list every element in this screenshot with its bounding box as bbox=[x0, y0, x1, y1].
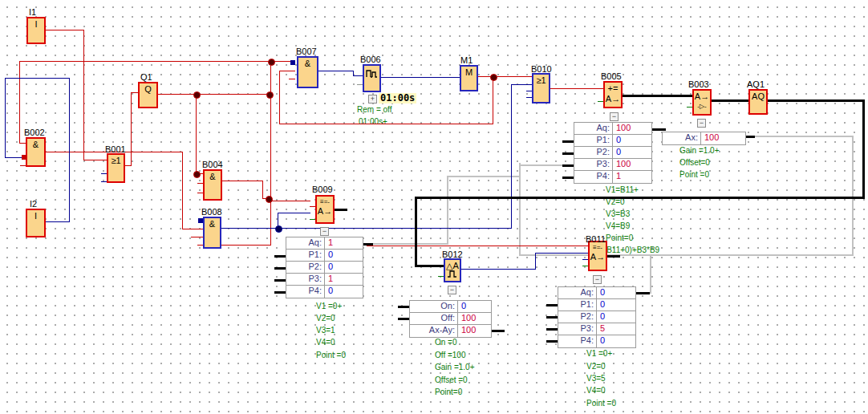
param-row[interactable]: P4:0 bbox=[558, 335, 635, 347]
collapse-icon-B011[interactable]: − bbox=[593, 275, 602, 284]
param-row[interactable]: P4:0 bbox=[286, 286, 363, 298]
wire-red[interactable] bbox=[279, 71, 295, 71]
block-B007[interactable]: & bbox=[297, 56, 318, 88]
wire-gray[interactable] bbox=[447, 176, 448, 245]
block-Q1[interactable]: Q bbox=[138, 82, 158, 108]
block-B008[interactable]: & bbox=[203, 217, 221, 249]
wire-red[interactable] bbox=[46, 30, 84, 30]
wire-red[interactable] bbox=[279, 124, 493, 124]
wire-red[interactable] bbox=[196, 94, 197, 174]
param-value[interactable]: 0 bbox=[613, 135, 621, 146]
block-B011[interactable]: ≡=-A→ bbox=[588, 241, 607, 271]
wire-red[interactable] bbox=[478, 76, 533, 77]
wire-blue[interactable] bbox=[69, 78, 70, 222]
timer-value-badge[interactable]: 01:00s bbox=[379, 93, 416, 104]
param-table-B012-params[interactable]: On:0Off:100Ax-Ay:100 bbox=[409, 300, 492, 338]
block-B004[interactable]: & bbox=[203, 169, 222, 201]
param-value[interactable]: 0 bbox=[597, 287, 605, 298]
wire-red[interactable] bbox=[493, 76, 493, 124]
block-B002[interactable]: & bbox=[26, 137, 46, 167]
wire-black[interactable] bbox=[652, 128, 666, 131]
wire-blue[interactable] bbox=[461, 269, 536, 270]
param-row[interactable]: On:0 bbox=[410, 301, 491, 313]
wire-blue[interactable] bbox=[278, 213, 310, 213]
block-I2[interactable]: I bbox=[26, 209, 46, 237]
wire-blue[interactable] bbox=[221, 228, 512, 229]
block-B006[interactable] bbox=[363, 64, 381, 92]
wire-black[interactable] bbox=[636, 292, 650, 294]
wire-red[interactable] bbox=[222, 181, 263, 181]
param-row[interactable]: P3:1 bbox=[286, 274, 363, 286]
wire-blue[interactable] bbox=[535, 253, 536, 270]
param-row[interactable]: Ax-Ay:100 bbox=[410, 325, 491, 337]
wire-gray[interactable] bbox=[519, 163, 521, 256]
wire-blue[interactable] bbox=[5, 78, 70, 79]
wire-red[interactable] bbox=[158, 94, 271, 95]
wire-black[interactable] bbox=[415, 265, 446, 267]
param-row[interactable]: P3:100 bbox=[574, 159, 651, 171]
param-row[interactable]: P2:0 bbox=[286, 262, 363, 274]
wire-red[interactable] bbox=[367, 246, 589, 246]
fbd-canvas[interactable]: Rem = off01:00s+V1=B11+V2=0V3=B3V4=B9Poi… bbox=[0, 0, 868, 414]
param-row[interactable]: Aq:1 bbox=[286, 237, 363, 250]
wire-red[interactable] bbox=[131, 92, 132, 166]
param-value[interactable]: 0 bbox=[325, 262, 333, 273]
wire-gray[interactable] bbox=[748, 136, 854, 137]
block-B012[interactable]: △A bbox=[444, 258, 461, 282]
block-B001[interactable]: ≥1 bbox=[107, 153, 125, 183]
param-table-B005-params[interactable]: Aq:100P1:0P2:0P3:100P4:1 bbox=[574, 122, 652, 184]
wire-red[interactable] bbox=[83, 30, 84, 160]
wire-black[interactable] bbox=[862, 99, 865, 199]
param-value[interactable]: 100 bbox=[458, 325, 476, 337]
param-value[interactable]: 100 bbox=[613, 159, 631, 170]
param-row[interactable]: P2:0 bbox=[558, 311, 635, 323]
param-value[interactable]: 0 bbox=[458, 301, 466, 312]
param-value[interactable]: 100 bbox=[701, 132, 719, 144]
wire-gray[interactable] bbox=[447, 176, 521, 177]
collapse-icon-B005[interactable]: − bbox=[610, 112, 619, 121]
collapse-icon-B009[interactable]: − bbox=[320, 227, 329, 236]
param-row[interactable]: P1:0 bbox=[286, 250, 363, 262]
param-row[interactable]: P3:5 bbox=[558, 323, 635, 335]
wire-black[interactable] bbox=[746, 136, 755, 138]
param-row[interactable]: Aq:0 bbox=[558, 287, 635, 299]
param-table-B003-params[interactable]: Ax:100 bbox=[662, 132, 746, 145]
collapse-icon-B012[interactable]: − bbox=[448, 286, 456, 294]
wire-gray[interactable] bbox=[519, 254, 854, 256]
param-row[interactable]: P2:0 bbox=[574, 147, 651, 159]
wire-black[interactable] bbox=[623, 95, 695, 97]
wire-gray[interactable] bbox=[852, 136, 854, 256]
wire-red[interactable] bbox=[270, 61, 271, 246]
wire-gray[interactable] bbox=[369, 243, 448, 245]
block-B005[interactable]: +=A→ bbox=[603, 81, 623, 108]
wire-gray[interactable] bbox=[650, 254, 651, 294]
wire-blue[interactable] bbox=[318, 71, 354, 71]
param-value[interactable]: 0 bbox=[325, 250, 333, 261]
param-value[interactable]: 1 bbox=[325, 237, 333, 249]
wire-red[interactable] bbox=[279, 71, 280, 124]
param-value[interactable]: 0 bbox=[597, 299, 605, 310]
block-B010[interactable]: ≥1 bbox=[532, 73, 550, 104]
block-I1[interactable]: I bbox=[26, 17, 46, 44]
param-value[interactable]: 0 bbox=[325, 286, 333, 298]
wire-red[interactable] bbox=[191, 229, 204, 229]
wire-red[interactable] bbox=[289, 79, 295, 79]
param-row[interactable]: P4:1 bbox=[574, 171, 651, 183]
param-table-B009-params[interactable]: Aq:1P1:0P2:0P3:1P4:0 bbox=[286, 237, 363, 298]
wire-red[interactable] bbox=[270, 201, 310, 201]
wire-red[interactable] bbox=[550, 88, 604, 89]
param-row[interactable]: Ax:100 bbox=[663, 132, 745, 144]
collapse-icon-B003[interactable]: − bbox=[697, 119, 706, 128]
wire-red[interactable] bbox=[19, 61, 291, 62]
wire-blue[interactable] bbox=[511, 84, 533, 85]
param-value[interactable]: 5 bbox=[597, 323, 605, 335]
expand-icon[interactable]: + bbox=[368, 95, 377, 104]
param-row[interactable]: Aq:100 bbox=[574, 123, 651, 135]
wire-blue[interactable] bbox=[381, 77, 460, 78]
wire-blue[interactable] bbox=[535, 253, 589, 254]
wire-blue[interactable] bbox=[511, 84, 512, 229]
wire-red[interactable] bbox=[182, 152, 183, 229]
param-value[interactable]: 100 bbox=[613, 123, 631, 134]
wire-black[interactable] bbox=[415, 197, 865, 199]
wire-black[interactable] bbox=[335, 209, 347, 211]
